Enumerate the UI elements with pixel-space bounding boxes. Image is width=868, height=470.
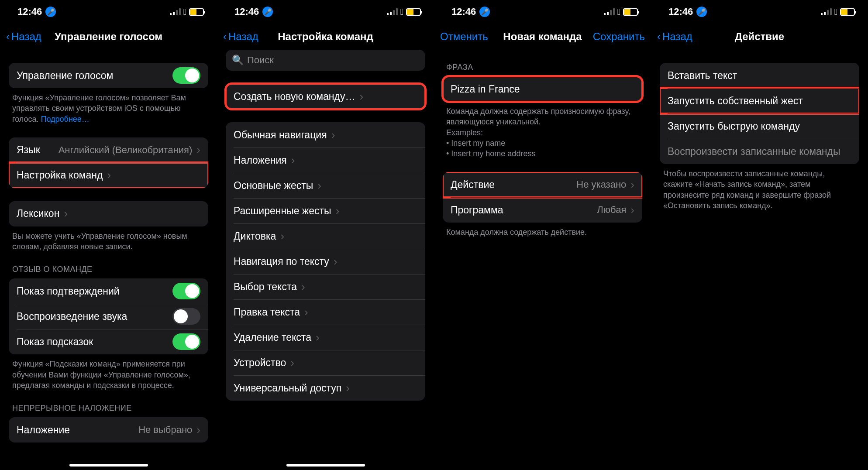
category-text-selection[interactable]: Выбор текста› [226,274,425,299]
chevron-right-icon: › [336,204,340,218]
mic-icon: 🎤 [696,7,707,17]
voice-control-switch[interactable] [172,67,200,84]
category-dictation[interactable]: Диктовка› [226,223,425,249]
show-confirmation-row[interactable]: Показ подтверждений [9,278,208,304]
show-hints-switch[interactable] [172,333,200,350]
example-1: Insert my name [446,138,639,148]
cellular-icon [821,8,832,15]
chevron-right-icon: › [301,280,305,294]
vocabulary-row[interactable]: Лексикон › [9,201,208,226]
voice-control-label: Управление голосом [17,70,113,82]
example-2: Insert my home address [446,148,639,159]
nav-bar: Отменить Новая команда Сохранить [434,24,651,50]
chevron-left-icon: ‹ [223,31,227,43]
language-label: Язык [17,144,40,156]
show-hints-row[interactable]: Показ подсказок [9,329,208,354]
insert-text-row[interactable]: Вставить текст [660,63,859,88]
play-sound-switch[interactable] [172,308,200,325]
learn-more-link[interactable]: Подробнее… [41,115,90,124]
status-time: 12:46 [234,6,259,17]
chevron-right-icon: › [196,143,200,157]
mic-icon: 🎤 [262,7,273,17]
run-shortcut-row[interactable]: Запустить быструю команду [660,113,859,139]
app-label: Программа [451,204,503,216]
chevron-right-icon: › [316,331,320,344]
nav-bar: ‹ Назад Управление голосом [0,24,217,50]
category-text-navigation[interactable]: Навигация по тексту› [226,249,425,274]
play-sound-row[interactable]: Воспроизведение звука [9,304,208,329]
language-row[interactable]: Язык Английский (Великобритания) › [9,137,208,163]
chevron-left-icon: ‹ [6,31,10,43]
home-indicator[interactable] [286,464,365,467]
battery-icon [189,8,204,16]
back-label: Назад [662,31,692,43]
phrase-input[interactable] [451,83,634,95]
category-device[interactable]: Устройство› [226,350,425,375]
playback-commands-row: Воспроизвести записанные команды [660,139,859,164]
save-button[interactable]: Сохранить [593,31,645,43]
action-footer: Команда должна содержать действие. [443,223,642,237]
hints-footer: Функция «Подсказки команд» применяется п… [9,354,208,391]
wifi-icon: 􀙇 [834,7,837,17]
wifi-icon: 􀙇 [400,7,403,17]
nav-bar: ‹ Назад Действие [651,24,868,50]
category-accessibility[interactable]: Универсальный доступ› [226,375,425,401]
back-button[interactable]: ‹ Назад [223,31,258,43]
category-text-deletion[interactable]: Удаление текста› [226,325,425,350]
app-value: Любая [597,204,626,216]
customize-label: Настройка команд [17,169,103,181]
vocab-footer: Вы можете учить «Управление голосом» нов… [9,226,208,252]
create-label: Создать новую команду… [234,91,355,103]
status-icons: 􀙇 [387,7,421,17]
phrase-header: ФРАЗА [443,63,642,76]
chevron-right-icon: › [331,128,335,142]
play-sound-label: Воспроизведение звука [17,311,127,322]
screen-customize-commands: 12:46 🎤 􀙇 ‹ Назад Настройка команд 🔍 Пои… [217,0,434,470]
category-text-editing[interactable]: Правка текста› [226,299,425,325]
back-button[interactable]: ‹ Назад [657,31,692,43]
phrase-input-row[interactable] [443,76,642,102]
status-bar: 12:46 🎤 􀙇 [0,0,217,24]
vocab-label: Лексикон [17,208,59,220]
overlay-label: Наложение [17,424,70,436]
battery-icon [406,8,421,16]
status-bar: 12:46 🎤 􀙇 [434,0,651,24]
status-icons: 􀙇 [604,7,638,17]
create-new-command-row[interactable]: Создать новую команду… › [226,84,425,109]
chevron-right-icon: › [304,305,308,319]
chevron-right-icon: › [630,203,634,217]
chevron-right-icon: › [334,255,338,268]
show-confirm-switch[interactable] [172,283,200,299]
feedback-header: ОТЗЫВ О КОМАНДЕ [9,265,208,278]
nav-bar: ‹ Назад Настройка команд [217,24,434,50]
status-time: 12:46 [668,6,693,17]
category-overlays[interactable]: Наложения› [226,148,425,173]
show-hints-label: Показ подсказок [17,336,93,348]
overlay-row[interactable]: Наложение Не выбрано › [9,417,208,443]
search-placeholder: Поиск [247,55,274,66]
category-basic-gestures[interactable]: Основные жесты› [226,173,425,198]
search-icon: 🔍 [232,55,244,66]
custom-gesture-label: Запустить собственный жест [668,95,803,107]
battery-icon [840,8,855,16]
run-custom-gesture-row[interactable]: Запустить собственный жест [660,88,859,113]
category-basic-navigation[interactable]: Обычная навигация› [226,122,425,148]
customize-commands-row[interactable]: Настройка команд › [9,163,208,188]
application-row[interactable]: Программа Любая › [443,197,642,223]
search-field[interactable]: 🔍 Поиск [226,50,425,71]
screen-new-command: 12:46 🎤 􀙇 Отменить Новая команда Сохрани… [434,0,651,470]
insert-text-label: Вставить текст [668,70,737,82]
action-row[interactable]: Действие Не указано › [443,172,642,197]
home-indicator[interactable] [69,464,148,467]
cellular-icon [170,8,181,15]
category-advanced-gestures[interactable]: Расширенные жесты› [226,198,425,223]
voice-control-toggle-row[interactable]: Управление голосом [9,63,208,88]
back-label: Назад [228,31,258,43]
playback-label: Воспроизвести записанные команды [668,146,840,158]
mic-icon: 🎤 [45,7,56,17]
action-value: Не указано [576,179,626,190]
back-button[interactable]: ‹ Назад [6,31,41,43]
chevron-right-icon: › [359,90,363,103]
cancel-button[interactable]: Отменить [440,31,488,43]
chevron-right-icon: › [317,179,321,192]
